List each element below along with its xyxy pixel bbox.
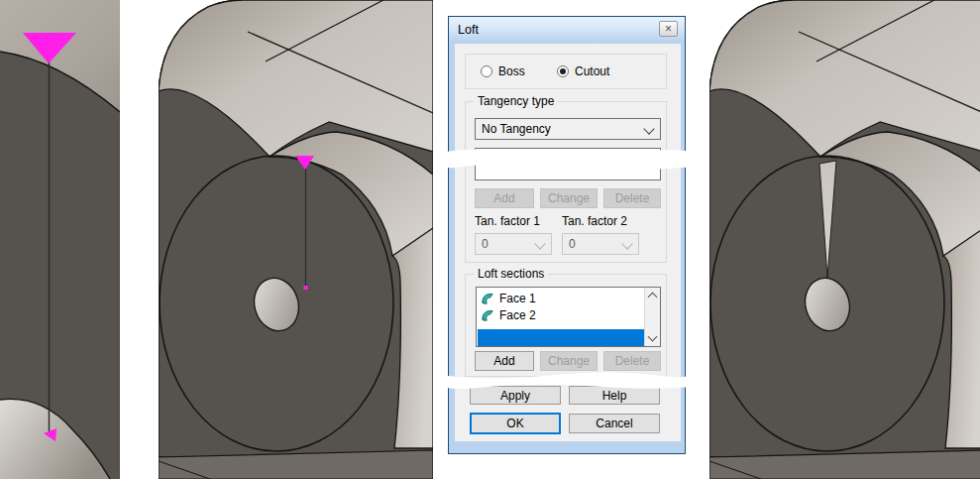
tangency-type-value: No Tangency <box>482 122 551 136</box>
radio-boss-circle-icon[interactable] <box>481 65 492 77</box>
tangency-add-button: Add <box>475 188 534 208</box>
sections-change-label: Change <box>548 354 590 368</box>
face-icon <box>481 292 494 304</box>
scroll-down-icon[interactable] <box>648 332 658 342</box>
tan-factor-1-select: 0 <box>475 233 552 255</box>
part-view-closeup <box>0 0 120 479</box>
sections-add-button[interactable]: Add <box>475 351 534 371</box>
ok-button[interactable]: OK <box>470 413 561 434</box>
close-icon: × <box>665 22 672 36</box>
tan-factor-2-value: 0 <box>569 237 576 251</box>
viewport-closeup-left <box>0 0 120 479</box>
radio-cutout[interactable]: Cutout <box>557 64 609 78</box>
list-selected-empty-row[interactable] <box>478 329 645 346</box>
tan-factor-2-label: Tan. factor 2 <box>562 214 627 228</box>
dialog-body: Boss Cutout Tangency type No Tangency Ad… <box>455 44 681 441</box>
tangency-type-select[interactable]: No Tangency <box>475 118 661 140</box>
help-label: Help <box>602 389 627 403</box>
cancel-button[interactable]: Cancel <box>569 414 660 433</box>
list-scrollbar[interactable] <box>644 288 660 346</box>
list-item-face-1[interactable]: Face 1 <box>478 290 536 306</box>
sections-change-button: Change <box>540 351 598 371</box>
list-item-face-2[interactable]: Face 2 <box>478 306 536 323</box>
chevron-down-icon <box>643 123 654 134</box>
chevron-down-icon <box>621 238 632 249</box>
list-item-label: Face 1 <box>499 292 536 305</box>
ok-label: OK <box>506 417 523 430</box>
sections-delete-label: Delete <box>615 354 650 368</box>
tan-factor-2-select: 0 <box>562 233 639 255</box>
tangency-group-label: Tangency type <box>474 94 558 108</box>
radio-cutout-label: Cutout <box>575 64 609 78</box>
radio-boss[interactable]: Boss <box>481 64 525 78</box>
part-view-before <box>159 0 433 479</box>
part-view-after <box>709 0 980 479</box>
sections-add-label: Add <box>493 354 514 368</box>
chevron-down-icon <box>534 238 545 249</box>
loft-sections-group-label: Loft sections <box>474 267 548 281</box>
help-button[interactable]: Help <box>569 386 660 405</box>
list-item-label: Face 2 <box>499 308 536 322</box>
tangency-delete-label: Delete <box>615 191 650 205</box>
tan-factor-1-value: 0 <box>482 237 489 251</box>
tangency-add-label: Add <box>493 191 514 205</box>
viewport-part-after <box>709 0 980 479</box>
tangency-change-button: Change <box>540 188 598 208</box>
loft-sections-list[interactable]: Face 1 Face 2 <box>476 287 661 347</box>
screenshot-root: Loft × Boss Cutout Tangency type <box>0 0 980 479</box>
sections-delete-button: Delete <box>603 351 661 371</box>
radio-boss-label: Boss <box>498 64 525 78</box>
tangency-change-label: Change <box>548 191 590 205</box>
apply-label: Apply <box>500 389 530 403</box>
loft-dialog: Loft × Boss Cutout Tangency type <box>448 16 686 454</box>
loft-endpoint-marker[interactable] <box>304 286 308 290</box>
apply-button[interactable]: Apply <box>470 386 561 405</box>
radio-cutout-circle-icon[interactable] <box>557 65 569 77</box>
close-button[interactable]: × <box>659 21 678 37</box>
dialog-title: Loft <box>458 23 479 37</box>
tangency-list[interactable] <box>475 148 661 180</box>
face-icon <box>481 308 494 321</box>
viewport-part-before <box>159 0 433 479</box>
tangency-delete-button: Delete <box>603 188 661 208</box>
cancel-label: Cancel <box>596 417 632 430</box>
dialog-titlebar[interactable]: Loft <box>449 17 685 43</box>
feature-type-group: Boss Cutout <box>465 54 667 89</box>
tan-factor-1-label: Tan. factor 1 <box>475 214 540 228</box>
scroll-up-icon[interactable] <box>648 293 658 302</box>
